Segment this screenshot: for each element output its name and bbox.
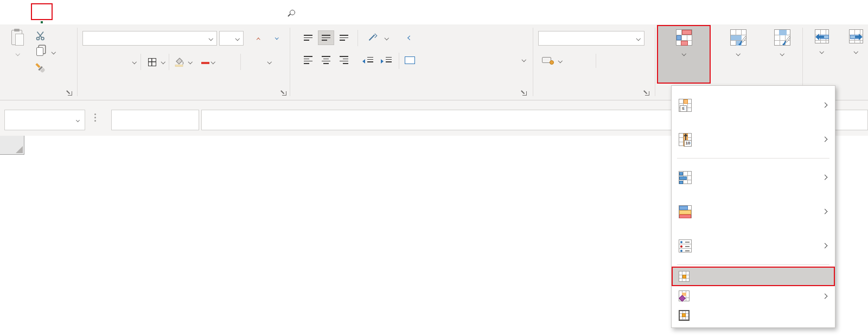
format-painter-icon	[34, 62, 46, 74]
align-center-icon	[322, 56, 330, 64]
align-middle-button[interactable]	[318, 30, 334, 45]
number-dialog-launcher-icon[interactable]	[643, 90, 650, 97]
decrease-indent-icon	[362, 57, 373, 64]
submenu-arrow-icon	[822, 209, 828, 214]
menu-item-top-bottom-rules[interactable]: 10	[672, 122, 835, 156]
increase-decimal-button[interactable]	[599, 54, 615, 67]
align-left-icon	[304, 56, 312, 64]
tab-insert[interactable]	[53, 0, 76, 24]
tab-home[interactable]	[30, 0, 53, 24]
align-center-button[interactable]	[318, 53, 334, 67]
insert-cells-icon	[815, 29, 829, 43]
formula-bar-resize-handle[interactable]	[94, 113, 97, 122]
paste-button[interactable]	[3, 28, 33, 91]
align-top-button[interactable]	[300, 30, 316, 45]
delete-cells-button[interactable]	[841, 26, 868, 83]
wrap-text-icon	[403, 31, 417, 45]
confirm-entry-button[interactable]	[136, 110, 154, 130]
submenu-arrow-icon	[822, 175, 828, 180]
bold-button[interactable]	[87, 55, 100, 69]
data-bars-icon	[679, 171, 692, 184]
merge-center-icon	[403, 54, 416, 67]
align-left-button[interactable]	[300, 53, 316, 67]
conditional-formatting-menu: ≤ 10	[671, 85, 835, 328]
tab-developer[interactable]	[213, 0, 235, 24]
name-box[interactable]	[4, 110, 85, 130]
borders-icon	[148, 58, 156, 66]
merge-center-button[interactable]	[417, 54, 520, 67]
accounting-icon	[542, 56, 554, 65]
tab-file[interactable]	[8, 0, 30, 24]
align-right-icon	[340, 56, 348, 64]
highlight-cells-rules-icon: ≤	[679, 99, 692, 112]
tab-data[interactable]	[144, 0, 167, 24]
align-right-button[interactable]	[336, 53, 352, 67]
tab-review[interactable]	[167, 0, 190, 24]
menu-item-new-rule[interactable]	[672, 267, 835, 286]
tab-page-layout[interactable]	[99, 0, 122, 24]
scissors-icon	[35, 31, 46, 41]
conditional-formatting-button[interactable]	[658, 26, 710, 83]
cut-button[interactable]	[33, 29, 49, 43]
ribbon-tab-bar	[0, 0, 868, 24]
tab-view[interactable]	[190, 0, 213, 24]
copy-button[interactable]	[33, 45, 47, 58]
font-name-select[interactable]	[82, 31, 217, 46]
insert-function-button[interactable]	[176, 110, 195, 130]
color-scales-icon	[679, 205, 692, 218]
orientation-icon	[369, 34, 376, 41]
alignment-dialog-launcher-icon[interactable]	[521, 90, 528, 97]
menu-item-icon-sets[interactable]	[672, 229, 835, 263]
menu-item-clear-rules[interactable]	[672, 286, 835, 306]
font-dialog-launcher-icon[interactable]	[280, 90, 288, 97]
comma-style-button[interactable]	[582, 52, 593, 67]
copy-icon	[36, 47, 43, 56]
menu-item-highlight-cells-rules[interactable]: ≤	[672, 88, 835, 122]
tab-formulas[interactable]	[122, 0, 144, 24]
increase-indent-button[interactable]	[379, 54, 394, 66]
fill-color-button[interactable]	[173, 54, 187, 69]
format-as-table-icon	[730, 29, 746, 46]
borders-button[interactable]	[145, 55, 158, 69]
decrease-indent-button[interactable]	[360, 54, 375, 66]
format-painter-button[interactable]	[31, 60, 48, 75]
align-top-icon	[304, 35, 312, 40]
tab-help[interactable]	[235, 0, 258, 24]
formula-bar-buttons	[111, 110, 199, 130]
decrease-font-size-button[interactable]	[266, 32, 280, 45]
wrap-text-button[interactable]	[417, 31, 525, 45]
font-color-button[interactable]	[195, 54, 208, 68]
accounting-format-button[interactable]	[540, 54, 556, 67]
insert-cells-button[interactable]	[807, 26, 837, 83]
italic-button[interactable]	[103, 55, 115, 69]
name-box-dropdown-icon[interactable]	[76, 118, 80, 122]
active-tab-underline	[41, 21, 43, 24]
underline-button[interactable]	[117, 55, 130, 69]
search-box[interactable]	[290, 0, 300, 24]
menu-item-color-scales[interactable]	[672, 194, 835, 229]
cancel-entry-button[interactable]	[116, 110, 135, 130]
menu-item-manage-rules[interactable]	[672, 306, 835, 325]
menu-separator	[677, 264, 829, 265]
top-bottom-rules-icon: 10	[679, 133, 692, 146]
orientation-button[interactable]	[362, 30, 382, 45]
percent-style-button[interactable]	[566, 53, 580, 68]
align-bottom-button[interactable]	[336, 30, 352, 45]
number-format-select[interactable]	[538, 31, 644, 46]
font-size-select[interactable]	[219, 31, 244, 46]
highlight-box-home-tab	[31, 3, 53, 20]
submenu-arrow-icon	[822, 137, 828, 142]
submenu-arrow-icon	[822, 293, 828, 299]
clipboard-dialog-launcher-icon[interactable]	[66, 90, 73, 97]
format-as-table-button[interactable]	[713, 26, 764, 83]
select-all-corner[interactable]	[0, 136, 24, 155]
phonetic-guide-button[interactable]	[245, 54, 264, 69]
tab-draw[interactable]	[76, 0, 99, 24]
align-middle-icon	[322, 35, 330, 40]
icon-sets-icon	[679, 239, 692, 252]
cell-styles-button[interactable]	[764, 26, 800, 83]
increase-font-size-button[interactable]	[247, 32, 261, 45]
decrease-decimal-button[interactable]	[617, 54, 634, 67]
menu-item-data-bars[interactable]	[672, 160, 835, 194]
fill-color-icon	[174, 56, 185, 67]
